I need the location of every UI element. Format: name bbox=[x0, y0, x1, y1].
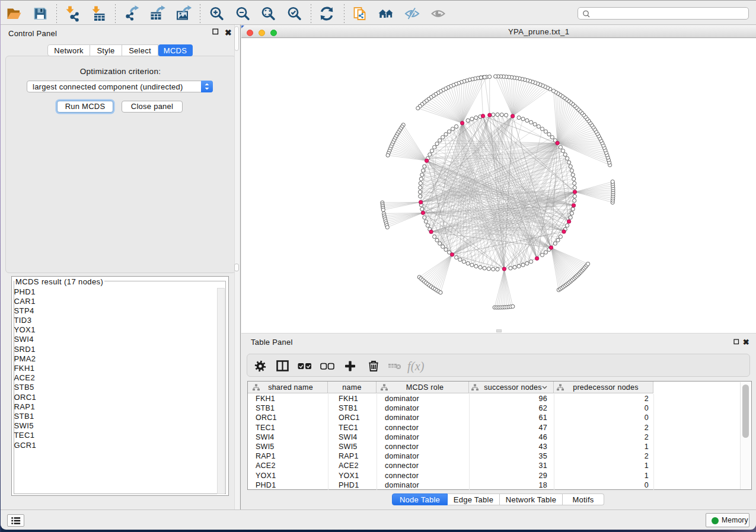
svg-text:f(x): f(x) bbox=[407, 360, 425, 373]
